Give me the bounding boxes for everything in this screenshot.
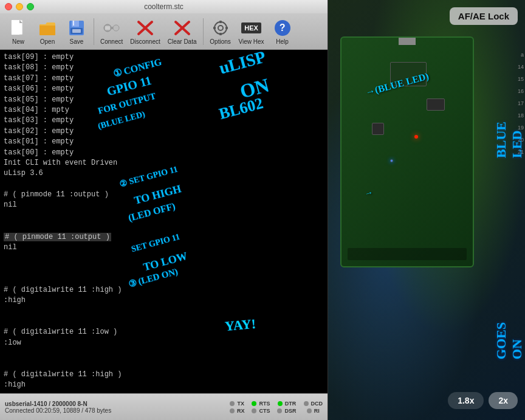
open-button[interactable]: Open (34, 17, 61, 46)
minimize-button[interactable] (16, 3, 23, 10)
clear-data-button[interactable]: Clear Data (165, 17, 199, 46)
zoom-controls: 1.8x 2x (448, 392, 518, 409)
view-hex-label: View Hex (239, 38, 264, 45)
dcd-dot (304, 401, 309, 406)
svg-point-13 (113, 25, 119, 31)
traffic-lights (5, 3, 34, 10)
pcb-row-14: 14 (495, 61, 525, 73)
connect-icon (102, 18, 122, 38)
open-label: Open (40, 38, 55, 45)
titlebar: coolterm.stc (0, 0, 328, 13)
pcb-row-17: 17 (495, 97, 525, 109)
dcd-label: DCD (311, 401, 323, 407)
svg-rect-14 (105, 26, 110, 30)
usb-connector (399, 36, 416, 45)
svg-rect-24 (225, 27, 228, 29)
pcb-row-a: a (495, 49, 525, 61)
view-hex-button[interactable]: HEX View Hex (236, 17, 267, 46)
pcb-connector-bottom (348, 248, 467, 260)
toolbar: New Open Save (0, 13, 328, 50)
clear-data-label: Clear Data (168, 38, 197, 45)
help-icon: ? (273, 18, 292, 38)
pcb-board (340, 36, 474, 267)
rx-dot (230, 408, 235, 413)
svg-rect-10 (72, 29, 81, 33)
svg-rect-2 (12, 20, 19, 35)
photo-background: AF/AE Lock a 14 15 16 17 18 19 20 21 (328, 0, 525, 420)
dtr-dot (278, 401, 283, 406)
pcb-chip-small (427, 98, 445, 111)
connect-button[interactable]: Connect (98, 17, 125, 46)
statusbar: usbserial-1410 / 2000000 8-N Connected 0… (0, 393, 328, 420)
ri-dot (307, 408, 312, 413)
options-icon (211, 18, 230, 38)
pcb-row-18: 18 (495, 109, 525, 122)
svg-rect-22 (219, 33, 222, 35)
dsr-label: DSR (284, 408, 296, 414)
pcb-grid-labels: a 14 15 16 17 18 19 20 21 (495, 49, 525, 292)
cts-row: CTS (252, 408, 270, 414)
status-connection: usbserial-1410 / 2000000 8-N (5, 401, 225, 407)
svg-rect-21 (219, 21, 222, 23)
svg-point-20 (218, 26, 223, 30)
pcb-component-1 (372, 123, 384, 135)
svg-rect-5 (39, 26, 55, 35)
tx-indicator-group: TX RX (230, 401, 245, 414)
rx-label: RX (237, 408, 245, 414)
status-bytes: Connected 00:20:59, 10889 / 478 bytes (5, 407, 225, 414)
close-button[interactable] (5, 3, 12, 10)
dsr-row: DSR (277, 408, 296, 414)
dcd-indicator-group: DCD RI (304, 401, 323, 414)
ri-label: RI (314, 408, 320, 414)
rts-dot (252, 401, 256, 406)
zoom-1-8x-button[interactable]: 1.8x (448, 392, 484, 409)
pcb-row-16: 16 (495, 85, 525, 97)
save-icon (67, 18, 86, 38)
rts-row: RTS (252, 401, 270, 407)
ri-row: RI (307, 408, 320, 414)
tx-label: TX (237, 401, 244, 407)
terminal-window: coolterm.stc New Ope (0, 0, 328, 420)
new-icon (9, 18, 28, 38)
window-title: coolterm.stc (144, 2, 184, 11)
view-hex-icon: HEX (242, 18, 261, 38)
status-indicators: TX RX RTS CTS DT (230, 401, 323, 414)
led-blue (390, 159, 393, 162)
save-label: Save (70, 38, 84, 45)
led-red (414, 135, 418, 139)
status-left: usbserial-1410 / 2000000 8-N Connected 0… (5, 401, 225, 414)
zoom-2x-button[interactable]: 2x (489, 392, 518, 409)
cts-dot (252, 408, 256, 413)
options-label: Options (210, 38, 230, 45)
terminal-output[interactable]: task[09] : empty task[08] : empty task[0… (0, 50, 328, 393)
new-label: New (12, 38, 24, 45)
dtr-indicator-group: DTR DSR (277, 401, 296, 414)
terminal-content: task[09] : empty task[08] : empty task[0… (4, 52, 324, 393)
pcb-row-15: 15 (495, 73, 525, 85)
rts-label: RTS (259, 401, 270, 407)
save-button[interactable]: Save (63, 17, 90, 46)
toolbar-separator-1 (94, 18, 94, 45)
options-button[interactable]: Options (207, 17, 234, 46)
afae-lock-badge: AF/AE Lock (450, 7, 518, 25)
svg-rect-7 (72, 21, 79, 27)
svg-rect-23 (213, 27, 216, 29)
blue-led-annotation: BLUELED (493, 122, 525, 158)
help-button[interactable]: ? Help (269, 17, 296, 46)
new-button[interactable]: New (5, 17, 32, 46)
disconnect-button[interactable]: Disconnect (128, 17, 162, 46)
tx-dot (230, 401, 235, 406)
svg-point-19 (214, 22, 227, 34)
toolbar-separator-2 (203, 18, 204, 45)
maximize-button[interactable] (27, 3, 34, 10)
dsr-dot (277, 408, 282, 413)
clear-data-icon (173, 18, 192, 38)
photo-panel: AF/AE Lock a 14 15 16 17 18 19 20 21 (328, 0, 525, 420)
tx-row: TX (230, 401, 244, 407)
connect-label: Connect (100, 38, 123, 45)
svg-rect-8 (73, 21, 74, 26)
disconnect-label: Disconnect (130, 38, 160, 45)
goes-on-annotation: GOESON (493, 322, 525, 359)
dtr-label: DTR (285, 401, 297, 407)
rx-row: RX (230, 408, 245, 414)
